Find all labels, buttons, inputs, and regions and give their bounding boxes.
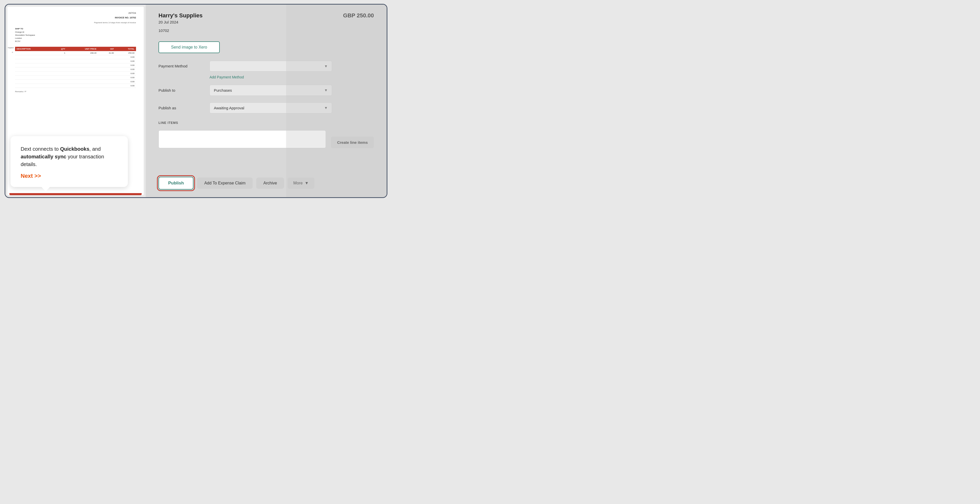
add-expense-button[interactable]: Add To Expense Claim: [197, 177, 253, 189]
table-cell: [98, 63, 115, 67]
invoice-date: 20/7/24: [15, 12, 136, 14]
tooltip-box: Dext connects to Quickbooks, and automat…: [11, 136, 128, 187]
table-cell: [67, 63, 98, 67]
table-row: 1208.4041.60250.00: [15, 51, 136, 55]
form-invoice-number: 10702: [159, 28, 203, 33]
table-cell: [15, 71, 51, 75]
tooltip-text-part1: Dext connects to: [21, 146, 60, 152]
side-label-1: hspace: [8, 47, 14, 49]
table-cell: [67, 59, 98, 63]
col-total: TOTAL: [115, 47, 136, 51]
table-cell: [15, 59, 51, 63]
table-cell: [98, 67, 115, 71]
left-panel: 20/7/24 INVOICE NO. 10702 Payment terms …: [5, 5, 146, 197]
table-cell: 1: [51, 51, 67, 55]
table-row: 0.00: [15, 80, 136, 83]
table-cell: [98, 59, 115, 63]
more-label: More: [293, 181, 302, 185]
invoice-number-label: INVOICE NO. 10702: [15, 16, 136, 19]
publish-button[interactable]: Publish: [159, 177, 193, 190]
publish-to-value: Purchases: [214, 88, 232, 93]
table-cell: [51, 71, 67, 75]
chevron-down-icon: ▼: [324, 64, 328, 68]
table-row: 0.00: [15, 67, 136, 71]
create-line-items-button[interactable]: Create line items: [331, 137, 374, 148]
table-cell: [67, 67, 98, 71]
invoice-table: DESCRIPTION QTY UNIT PRICE VAT TOTAL 120…: [15, 47, 136, 88]
table-cell: [51, 59, 67, 63]
publish-as-select[interactable]: Awaiting Approval ▼: [210, 102, 332, 113]
table-cell: [98, 71, 115, 75]
next-button[interactable]: Next >>: [21, 173, 41, 179]
table-cell: [15, 51, 51, 55]
table-cell: 208.40: [67, 51, 98, 55]
table-cell: [51, 83, 67, 88]
table-cell: 0.00: [115, 80, 136, 83]
payment-method-select[interactable]: ▼: [210, 61, 332, 72]
chevron-down-icon-4: ▼: [305, 181, 309, 185]
chevron-down-icon-3: ▼: [324, 106, 328, 110]
payment-method-row: Payment Method ▼: [159, 61, 374, 72]
table-cell: [51, 63, 67, 67]
col-unit-price: UNIT PRICE: [67, 47, 98, 51]
more-button[interactable]: More ▼: [288, 177, 314, 189]
table-cell: [67, 80, 98, 83]
app-container: 20/7/24 INVOICE NO. 10702 Payment terms …: [5, 4, 387, 198]
chevron-down-icon-2: ▼: [324, 88, 328, 92]
tooltip-bold-sync: automatically sync: [21, 154, 66, 159]
table-cell: [98, 83, 115, 88]
invoice-orange-bar: [10, 193, 142, 195]
form-amount: GBP 250.00: [343, 12, 374, 19]
payment-method-label: Payment Method: [159, 64, 204, 68]
table-cell: 0.00: [115, 75, 136, 80]
table-row: 0.00: [15, 55, 136, 59]
remarks-label: Remarks / P: [15, 91, 136, 93]
table-cell: 0.00: [115, 71, 136, 75]
table-cell: 41.60: [98, 51, 115, 55]
table-cell: [15, 83, 51, 88]
supplier-name: Harry's Supplies: [159, 12, 203, 19]
table-row: 0.00: [15, 83, 136, 88]
table-cell: [67, 71, 98, 75]
table-cell: [15, 67, 51, 71]
table-cell: 0.00: [115, 67, 136, 71]
publish-to-select[interactable]: Purchases ▼: [210, 85, 332, 96]
table-cell: [67, 83, 98, 88]
send-image-button[interactable]: Send image to Xero: [159, 41, 220, 53]
publish-as-row: Publish as Awaiting Approval ▼: [159, 102, 374, 113]
table-cell: [51, 80, 67, 83]
address-line3: London: [15, 37, 136, 40]
table-cell: [15, 80, 51, 83]
address-line1: Orange AI: [15, 31, 136, 34]
table-cell: [98, 55, 115, 59]
table-cell: [15, 75, 51, 80]
right-panel: Harry's Supplies 20 Jul 2024 10702 GBP 2…: [146, 5, 387, 197]
table-cell: [15, 55, 51, 59]
form-header: Harry's Supplies 20 Jul 2024 10702 GBP 2…: [159, 12, 374, 33]
table-cell: 0.00: [115, 59, 136, 63]
publish-to-label: Publish to: [159, 88, 204, 93]
table-row: 0.00: [15, 59, 136, 63]
payment-terms: Payment terms 14 days from receipt of in…: [15, 21, 136, 24]
table-cell: 250.00: [115, 51, 136, 55]
table-cell: [98, 75, 115, 80]
col-qty: QTY: [51, 47, 67, 51]
col-description: DESCRIPTION: [15, 47, 51, 51]
table-cell: [51, 75, 67, 80]
col-vat: VAT: [98, 47, 115, 51]
ship-to-label: SHIP TO: [15, 27, 136, 30]
publish-as-label: Publish as: [159, 106, 204, 110]
table-cell: [98, 80, 115, 83]
address-line2: Shoreditch Techspace: [15, 34, 136, 37]
table-row: 0.00: [15, 63, 136, 67]
archive-button[interactable]: Archive: [256, 177, 284, 189]
table-cell: [67, 75, 98, 80]
side-label-2: n: [12, 51, 13, 53]
table-row: 0.00: [15, 71, 136, 75]
action-bar: Publish Add To Expense Claim Archive Mor…: [159, 173, 374, 190]
table-cell: 0.00: [115, 83, 136, 88]
line-items-box: [159, 130, 326, 148]
line-items-header: LINE ITEMS: [159, 121, 374, 124]
address-line4: EC2V: [15, 40, 136, 43]
add-payment-method-link[interactable]: Add Payment Method: [210, 75, 374, 79]
